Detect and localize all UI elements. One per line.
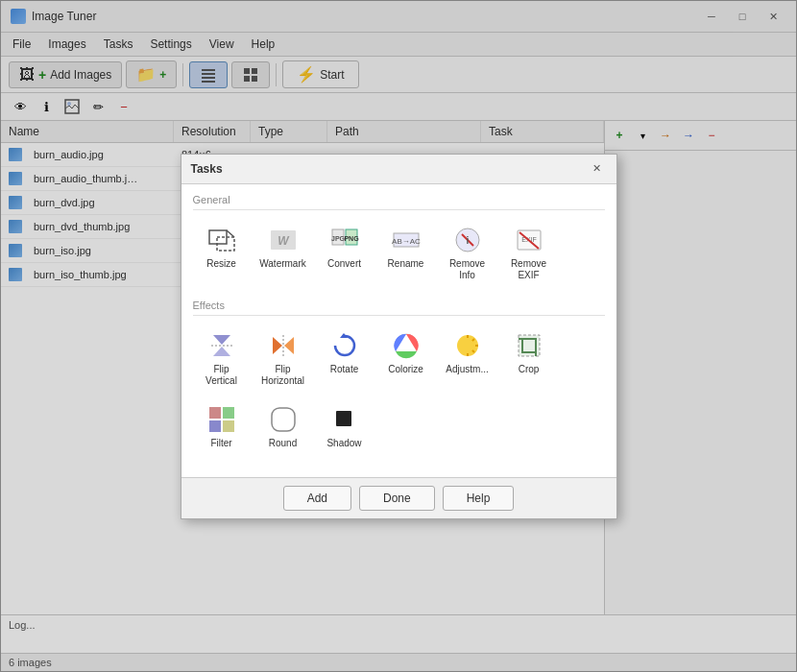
task-label-rename: Rename <box>388 258 424 270</box>
task-item-filter[interactable]: Filter <box>193 397 251 456</box>
shadow-icon <box>329 404 360 435</box>
tasks-dialog: Tasks ✕ General Resize <box>181 154 617 519</box>
task-item-colorize[interactable]: Colorize <box>377 324 435 394</box>
effects-section-label: Effects <box>193 300 605 316</box>
resize-icon <box>206 225 237 255</box>
remove-info-icon: i <box>452 225 483 255</box>
task-label-round: Round <box>269 438 297 449</box>
task-label-resize: Resize <box>206 258 236 270</box>
modal-overlay: Tasks ✕ General Resize <box>0 0 797 672</box>
general-tasks-grid: Resize W Watermark <box>193 218 605 288</box>
dialog-title-bar: Tasks ✕ <box>181 155 616 184</box>
help-button[interactable]: Help <box>443 486 515 511</box>
svg-rect-51 <box>336 411 351 426</box>
task-item-rotate[interactable]: Rotate <box>316 324 374 394</box>
task-item-remove-exif[interactable]: EXIF Remove EXIF <box>500 218 558 288</box>
adjustments-icon <box>452 330 483 361</box>
rename-icon: AB→AC <box>391 225 422 255</box>
task-item-round[interactable]: Round <box>254 397 312 456</box>
task-label-convert: Convert <box>327 258 361 270</box>
svg-marker-28 <box>213 335 230 345</box>
done-button[interactable]: Done <box>359 486 435 511</box>
task-item-resize[interactable]: Resize <box>193 218 251 288</box>
svg-line-12 <box>227 230 234 237</box>
dialog-close-button[interactable]: ✕ <box>588 160 607 178</box>
colorize-icon <box>391 330 422 361</box>
task-label-crop: Crop <box>519 364 540 375</box>
dialog-body: General Resize <box>181 184 616 477</box>
task-item-shadow[interactable]: Shadow <box>316 397 374 456</box>
svg-rect-48 <box>209 420 221 432</box>
convert-icon: JPG → PNG <box>329 225 360 255</box>
task-label-rotate: Rotate <box>330 364 358 375</box>
task-label-colorize: Colorize <box>388 364 423 375</box>
task-label-watermark: Watermark <box>259 258 306 270</box>
task-label-shadow: Shadow <box>326 438 361 449</box>
task-label-flip-horizontal: Flip Horizontal <box>259 364 307 387</box>
task-label-adjustments: Adjustm... <box>446 364 488 375</box>
task-item-rename[interactable]: AB→AC Rename <box>377 218 435 288</box>
remove-exif-icon: EXIF <box>514 225 544 255</box>
task-item-convert[interactable]: JPG → PNG Convert <box>316 218 374 288</box>
task-item-adjustments[interactable]: Adjustm... <box>439 324 496 394</box>
task-item-crop[interactable]: Crop <box>500 324 558 394</box>
task-item-flip-horizontal[interactable]: Flip Horizontal <box>254 324 312 394</box>
effects-tasks-grid: Flip Vertical Flip Horizontal <box>193 324 605 456</box>
svg-point-36 <box>457 335 478 356</box>
task-label-remove-info: Remove Info <box>444 258 492 281</box>
svg-marker-30 <box>213 347 230 356</box>
task-label-filter: Filter <box>210 438 231 449</box>
round-icon <box>268 404 299 435</box>
add-button[interactable]: Add <box>283 486 351 511</box>
svg-marker-33 <box>284 337 294 354</box>
svg-text:PNG: PNG <box>344 235 359 242</box>
svg-rect-47 <box>223 407 234 419</box>
svg-text:W: W <box>278 234 290 248</box>
svg-rect-50 <box>272 408 295 431</box>
dialog-footer: Add Done Help <box>181 477 616 518</box>
flip-horizontal-icon <box>268 330 299 361</box>
svg-rect-49 <box>223 420 234 432</box>
crop-icon <box>514 330 544 361</box>
rotate-icon <box>329 330 360 361</box>
dialog-title: Tasks <box>191 162 223 176</box>
svg-rect-46 <box>209 407 221 419</box>
task-label-remove-exif: Remove EXIF <box>505 258 553 281</box>
task-item-remove-info[interactable]: i Remove Info <box>439 218 496 288</box>
svg-text:i: i <box>466 235 469 246</box>
general-section-label: General <box>193 194 605 210</box>
svg-marker-31 <box>273 337 282 354</box>
task-label-flip-vertical: Flip Vertical <box>198 364 246 387</box>
task-item-flip-vertical[interactable]: Flip Vertical <box>193 324 251 394</box>
filter-icon <box>206 404 237 435</box>
svg-text:AB→AC: AB→AC <box>392 237 421 246</box>
watermark-icon: W <box>268 225 299 255</box>
task-item-watermark[interactable]: W Watermark <box>254 218 312 288</box>
flip-vertical-icon <box>206 330 237 361</box>
